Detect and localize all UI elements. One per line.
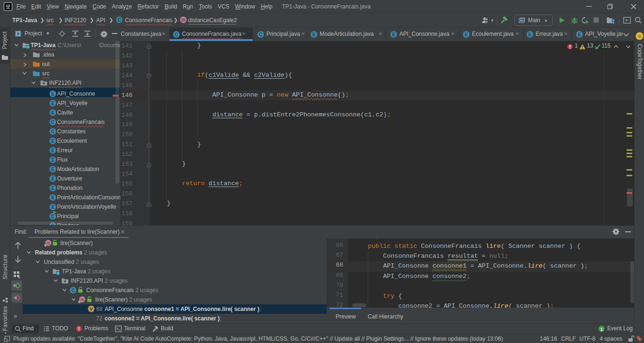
svg-text:E: E bbox=[51, 204, 55, 210]
svg-text:C: C bbox=[51, 120, 54, 125]
svg-text:E: E bbox=[51, 110, 55, 115]
svg-text:1: 1 bbox=[600, 327, 603, 332]
svg-text:V: V bbox=[90, 307, 92, 311]
svg-text:E: E bbox=[51, 139, 55, 144]
svg-text:E: E bbox=[51, 167, 55, 172]
svg-text:E: E bbox=[392, 32, 396, 37]
svg-text:m: m bbox=[182, 17, 185, 23]
svg-text:E: E bbox=[51, 91, 55, 97]
svg-text:E: E bbox=[51, 195, 55, 200]
svg-text:E: E bbox=[51, 101, 55, 106]
svg-text:C: C bbox=[117, 17, 121, 23]
svg-text:C: C bbox=[71, 288, 74, 293]
svg-text:E: E bbox=[51, 186, 55, 191]
svg-text:m: m bbox=[47, 241, 50, 245]
svg-text:E: E bbox=[578, 32, 581, 37]
svg-text:C: C bbox=[51, 129, 54, 134]
svg-text:C: C bbox=[51, 214, 54, 219]
svg-text:C: C bbox=[174, 32, 178, 37]
svg-text:E: E bbox=[51, 148, 55, 153]
svg-text:E: E bbox=[51, 176, 55, 181]
svg-text:m: m bbox=[81, 297, 84, 302]
svg-text:E: E bbox=[313, 32, 316, 37]
svg-text:S: S bbox=[638, 33, 641, 39]
svg-text:E: E bbox=[51, 157, 55, 163]
svg-text:E: E bbox=[465, 32, 468, 37]
svg-text:E: E bbox=[528, 32, 532, 37]
